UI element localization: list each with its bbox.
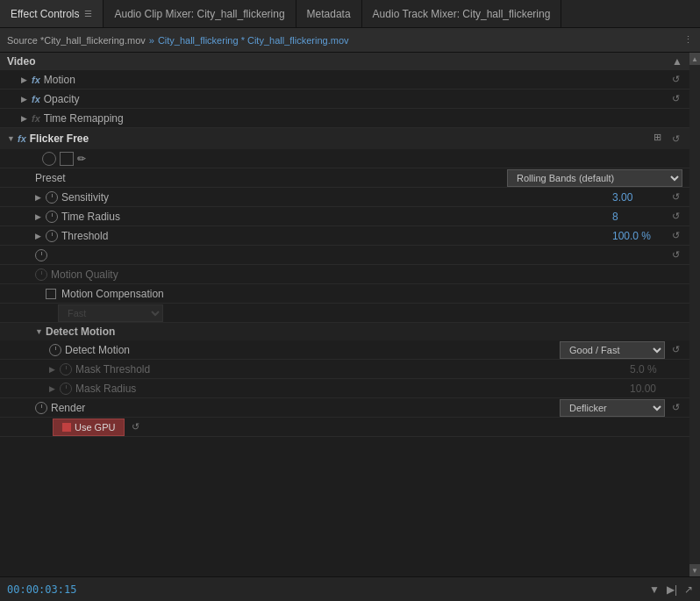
render-clock-icon[interactable] bbox=[35, 402, 47, 414]
render-label: Render bbox=[51, 402, 560, 414]
opacity-reset[interactable]: ↺ bbox=[668, 92, 682, 106]
render-reset[interactable]: ↺ bbox=[668, 401, 682, 415]
threshold-reset[interactable]: ↺ bbox=[668, 229, 682, 243]
flicker-free-fx-badge: fx bbox=[18, 133, 26, 144]
motion-quality-dropdown-row: Fast bbox=[0, 304, 689, 323]
time-radius-clock-icon[interactable] bbox=[46, 211, 58, 223]
time-radius-row: ▶ Time Radius 8 ↺ bbox=[0, 207, 689, 226]
reset-standalone-row: ↺ bbox=[0, 246, 689, 265]
motion-row: ▶ fx Motion ↺ bbox=[0, 70, 689, 89]
standalone-reset[interactable]: ↺ bbox=[668, 248, 682, 262]
scroll-up-arrow: ▲ bbox=[672, 55, 682, 68]
scroll-down-btn[interactable]: ▼ bbox=[689, 564, 700, 576]
opacity-expand[interactable]: ▶ bbox=[21, 95, 32, 104]
content-area: Video ▲ ▶ fx Motion ↺ ▶ fx Opacity ↺ ▶ f… bbox=[0, 53, 689, 576]
time-remapping-row: ▶ fx Time Remapping bbox=[0, 109, 689, 128]
time-remapping-expand[interactable]: ▶ bbox=[21, 114, 32, 123]
time-radius-value[interactable]: 8 bbox=[612, 211, 665, 223]
mask-radius-expand: ▶ bbox=[49, 384, 60, 393]
source-file[interactable]: City_hall_flickering.mov bbox=[44, 35, 146, 46]
detect-motion-reset[interactable]: ↺ bbox=[668, 343, 682, 357]
tab-audio-track-mixer[interactable]: Audio Track Mixer: City_hall_flickering bbox=[362, 0, 562, 27]
threshold-value[interactable]: 100.0 % bbox=[612, 230, 665, 242]
render-row: Render Deflicker Reduce Flicker ↺ bbox=[0, 398, 689, 418]
ff-circle-btn[interactable] bbox=[42, 152, 56, 166]
source-separator: » bbox=[149, 35, 154, 46]
flicker-free-reset[interactable]: ↺ bbox=[668, 132, 682, 146]
scroll-track bbox=[689, 65, 700, 564]
ff-pen-btn[interactable]: ✏ bbox=[77, 153, 86, 165]
motion-compensation-checkbox[interactable] bbox=[46, 289, 56, 299]
threshold-clock-icon[interactable] bbox=[46, 230, 58, 242]
flicker-free-expand[interactable]: ▼ bbox=[7, 134, 18, 143]
export-icon[interactable]: ↗ bbox=[684, 583, 693, 596]
time-remapping-fx-badge: fx bbox=[32, 113, 40, 124]
sensitivity-reset[interactable]: ↺ bbox=[668, 190, 682, 204]
motion-reset[interactable]: ↺ bbox=[668, 73, 682, 87]
detect-motion-dropdown[interactable]: Good / Fast Better / Slow Best / Slowest bbox=[560, 341, 665, 359]
opacity-row: ▶ fx Opacity ↺ bbox=[0, 89, 689, 109]
tab-bar: Effect Controls ☰ Audio Clip Mixer: City… bbox=[0, 0, 700, 28]
sensitivity-value[interactable]: 3.00 bbox=[612, 191, 665, 204]
standalone-clock-icon[interactable] bbox=[35, 249, 47, 261]
tab-label: Effect Controls bbox=[11, 8, 79, 20]
tab-metadata[interactable]: Metadata bbox=[296, 0, 362, 27]
main-panel: Video ▲ ▶ fx Motion ↺ ▶ fx Opacity ↺ ▶ f… bbox=[0, 53, 700, 576]
tab-menu-icon[interactable]: ☰ bbox=[84, 9, 92, 18]
scroll-up-btn[interactable]: ▲ bbox=[689, 53, 700, 65]
time-radius-expand[interactable]: ▶ bbox=[35, 212, 46, 221]
threshold-label: Threshold bbox=[61, 230, 612, 242]
motion-quality-dropdown: Fast bbox=[58, 304, 163, 322]
sensitivity-row: ▶ Sensitivity 3.00 ↺ bbox=[0, 188, 689, 207]
panel-scrollbar[interactable]: ▲ ▼ bbox=[689, 53, 700, 576]
use-gpu-button[interactable]: Use GPU bbox=[53, 419, 125, 436]
sequence-name[interactable]: City_hall_flickering * City_hall_flicker… bbox=[158, 35, 349, 46]
ff-shape-controls-row: ✏ bbox=[0, 149, 689, 168]
preset-label: Preset bbox=[35, 172, 507, 184]
detect-motion-label: Detect Motion bbox=[46, 326, 682, 338]
detect-motion-expand[interactable]: ▼ bbox=[35, 327, 46, 336]
funnel-icon[interactable]: ▼ bbox=[649, 583, 660, 596]
motion-quality-label: Motion Quality bbox=[51, 268, 682, 281]
video-section-label: Video bbox=[7, 55, 35, 68]
motion-label: Motion bbox=[44, 74, 665, 86]
threshold-expand[interactable]: ▶ bbox=[35, 232, 46, 240]
bottom-icons: ▼ ▶| ↗ bbox=[649, 583, 693, 596]
mask-threshold-expand: ▶ bbox=[49, 365, 60, 374]
mask-threshold-clock-icon bbox=[60, 363, 72, 376]
use-gpu-row: ↺ Use GPU ↺ bbox=[0, 418, 689, 437]
motion-fx-badge: fx bbox=[32, 75, 40, 85]
flicker-free-label: Flicker Free bbox=[30, 132, 654, 145]
flicker-free-icons: ⊞ ↺ bbox=[654, 132, 682, 146]
motion-compensation-label: Motion Compensation bbox=[61, 288, 682, 300]
source-bar: Source * City_hall_flickering.mov » City… bbox=[0, 28, 700, 53]
mask-threshold-label: Mask Threshold bbox=[75, 363, 630, 376]
use-gpu-label: Use GPU bbox=[75, 422, 115, 433]
use-gpu-check-icon bbox=[62, 423, 71, 432]
render-dropdown[interactable]: Deflicker Reduce Flicker bbox=[560, 399, 665, 417]
sensitivity-expand[interactable]: ▶ bbox=[35, 193, 46, 202]
detect-motion-clock-icon[interactable] bbox=[49, 344, 61, 356]
flicker-free-grid-icon[interactable]: ⊞ bbox=[654, 132, 661, 146]
mask-radius-value: 10.00 bbox=[630, 383, 682, 395]
motion-expand[interactable]: ▶ bbox=[21, 75, 32, 84]
tab-effect-controls[interactable]: Effect Controls ☰ bbox=[0, 0, 104, 27]
video-section-header: Video ▲ bbox=[0, 53, 689, 70]
sensitivity-clock-icon[interactable] bbox=[46, 191, 58, 204]
motion-quality-row: Motion Quality bbox=[0, 265, 689, 284]
mask-radius-label: Mask Radius bbox=[75, 383, 630, 395]
scroll-right-icon: ⋮ bbox=[683, 34, 693, 46]
tab-label: Audio Track Mixer: City_hall_flickering bbox=[373, 8, 551, 20]
timecode-display: 00:00:03:15 bbox=[7, 583, 76, 596]
preset-dropdown[interactable]: Rolling Bands (default) Film Video Custo… bbox=[507, 169, 682, 187]
sensitivity-label: Sensitivity bbox=[61, 191, 612, 204]
time-radius-reset[interactable]: ↺ bbox=[668, 210, 682, 224]
step-forward-icon[interactable]: ▶| bbox=[667, 583, 677, 596]
mask-radius-clock-icon bbox=[60, 383, 72, 395]
mask-radius-row: ▶ Mask Radius 10.00 bbox=[0, 379, 689, 398]
detect-motion-prop-label: Detect Motion bbox=[65, 344, 560, 356]
tab-audio-clip-mixer[interactable]: Audio Clip Mixer: City_hall_flickering bbox=[104, 0, 296, 27]
use-gpu-reset[interactable]: ↺ bbox=[128, 420, 142, 434]
detect-motion-prop-row: Detect Motion Good / Fast Better / Slow … bbox=[0, 340, 689, 360]
ff-square-btn[interactable] bbox=[60, 152, 74, 166]
